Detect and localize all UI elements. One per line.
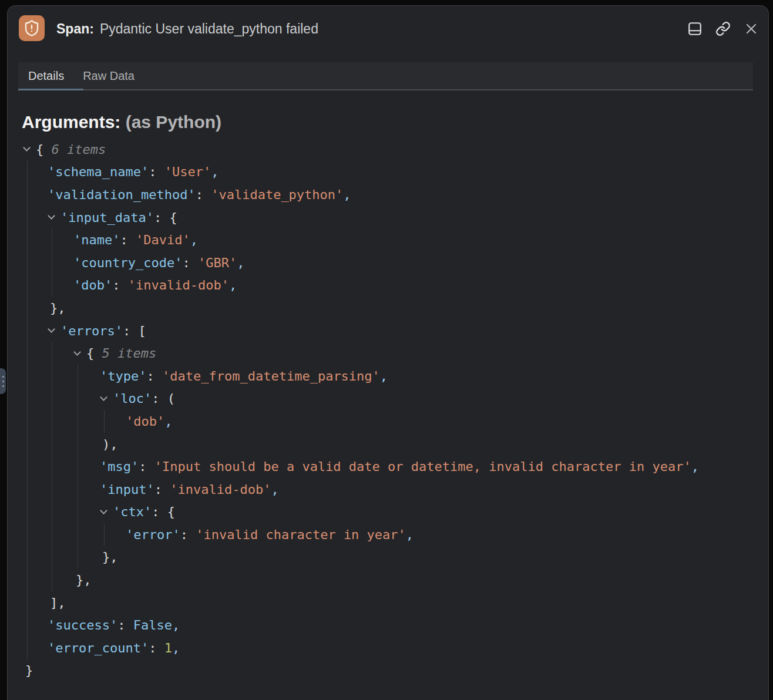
code-line: 'ctx': {: [8, 501, 768, 524]
panel-title: Span:Pydantic User validate_python faile…: [56, 6, 318, 52]
code-token-items: 6 items: [52, 142, 106, 157]
code-token-punct: :: [146, 369, 162, 383]
code-token-punct: :: [154, 210, 170, 225]
indent-guide: [52, 365, 52, 388]
indent-guide: [52, 410, 52, 433]
code-token-str: 'dob': [126, 414, 164, 429]
code-token-punct: },: [102, 550, 118, 564]
chevron-down-icon[interactable]: [73, 352, 86, 355]
chevron-down-icon[interactable]: [23, 148, 36, 150]
code-line: 'country_code': 'GBR',: [8, 251, 768, 274]
indent-guide: [27, 228, 28, 251]
code-token-punct: :: [154, 482, 170, 497]
indent-guide: [27, 433, 28, 456]
code-token-comma: ,: [164, 414, 172, 429]
code-token-punct: :: [149, 164, 164, 179]
indent-guide: [27, 637, 28, 659]
link-icon[interactable]: [715, 21, 731, 37]
indent-guide: [78, 523, 78, 546]
code-token-key: 'schema_name': [48, 164, 149, 179]
indent-guide: [52, 433, 52, 456]
code-token-key: 'msg': [100, 459, 139, 474]
code-line: },: [8, 546, 768, 569]
indent-guide: [27, 183, 28, 206]
indent-guide: [78, 455, 78, 478]
code-token-comma: ,: [190, 233, 198, 247]
code-token-comma: ,: [211, 164, 219, 179]
code-token-key: 'loc': [113, 391, 152, 406]
code-token-items: 5 items: [102, 346, 157, 361]
indent-guide: [78, 546, 78, 569]
code-token-key: 'validation_method': [48, 187, 196, 202]
code-token-punct: },: [76, 573, 92, 587]
code-token-comma: ,: [343, 187, 351, 202]
code-token-punct: :: [139, 459, 154, 474]
tab-raw-data[interactable]: Raw Data: [83, 69, 135, 83]
panel-bottom-icon[interactable]: [687, 21, 703, 37]
code-token-punct: :: [180, 527, 196, 542]
arguments-heading-main: Arguments:: [22, 112, 120, 132]
code-token-num: 1: [164, 641, 172, 655]
indent-guide: [78, 501, 78, 524]
code-token-punct: :: [123, 324, 139, 338]
code-token-punct: :: [120, 233, 136, 247]
shield-alert-icon: [19, 15, 45, 41]
code-line: 'type': 'date_from_datetime_parsing',: [8, 365, 768, 388]
indent-guide: [27, 523, 28, 546]
code-token-str: 'David': [136, 233, 190, 247]
code-line: }: [8, 659, 768, 682]
indent-guide: [27, 319, 28, 342]
code-token-punct: :: [112, 278, 128, 292]
chevron-down-icon[interactable]: [48, 329, 61, 332]
code-token-punct: :: [182, 255, 198, 270]
indent-guide: [27, 251, 28, 274]
indent-guide: [27, 206, 28, 229]
code-token-str: 'invalid character in year': [196, 527, 406, 542]
code-line: ],: [8, 591, 768, 614]
code-line: 'schema_name': 'User',: [8, 161, 768, 184]
chevron-down-icon[interactable]: [100, 398, 113, 400]
code-line: },: [8, 297, 768, 319]
code-line: 'error': 'invalid character in year',: [8, 523, 768, 546]
span-detail-panel: Span:Pydantic User validate_python faile…: [7, 5, 769, 700]
code-line: 'name': 'David',: [8, 228, 768, 251]
code-token-key: 'input': [100, 482, 154, 497]
indent-guide: [52, 388, 52, 410]
code-token-str: 'invalid-dob': [170, 482, 271, 497]
indent-guide: [27, 614, 28, 637]
indent-guide: [27, 410, 28, 433]
code-line: { 6 items: [8, 138, 768, 161]
code-token-comma: ,: [172, 618, 180, 632]
code-token-key: 'error_count': [48, 641, 149, 655]
code-token-punct: {: [167, 504, 175, 519]
code-token-str: 'Input should be a valid date or datetim…: [154, 459, 691, 474]
chevron-down-icon[interactable]: [100, 511, 113, 513]
code-token-punct: [: [138, 324, 146, 338]
indent-guide: [78, 410, 78, 433]
indent-guide: [27, 568, 28, 591]
indent-guide: [52, 568, 52, 591]
panel-resize-handle[interactable]: [0, 368, 6, 394]
indent-guide: [78, 478, 78, 501]
code-token-punct: },: [50, 301, 66, 315]
close-icon[interactable]: [743, 21, 759, 37]
indent-guide: [52, 501, 52, 524]
indent-guide: [27, 501, 28, 524]
code-token-comma: ,: [691, 459, 699, 474]
code-token-str: 'User': [164, 164, 211, 179]
code-token-punct: :: [152, 504, 167, 519]
indent-guide: [27, 388, 28, 410]
code-token-comma: ,: [380, 369, 388, 383]
tab-details[interactable]: Details: [28, 69, 64, 83]
chevron-down-icon[interactable]: [48, 216, 61, 218]
code-line: 'success': False,: [8, 614, 768, 637]
code-token-key: 'error': [126, 527, 180, 542]
code-token-key: 'ctx': [113, 504, 152, 519]
indent-guide: [27, 478, 28, 501]
indent-guide: [27, 455, 28, 478]
code-token-key: 'country_code': [73, 255, 182, 270]
tab-bar: Details Raw Data: [18, 62, 753, 90]
code-token-str: 'date_from_datetime_parsing': [162, 369, 380, 383]
code-token-str: 'invalid-dob': [128, 278, 229, 292]
code-line: 'validation_method': 'validate_python',: [8, 183, 768, 206]
